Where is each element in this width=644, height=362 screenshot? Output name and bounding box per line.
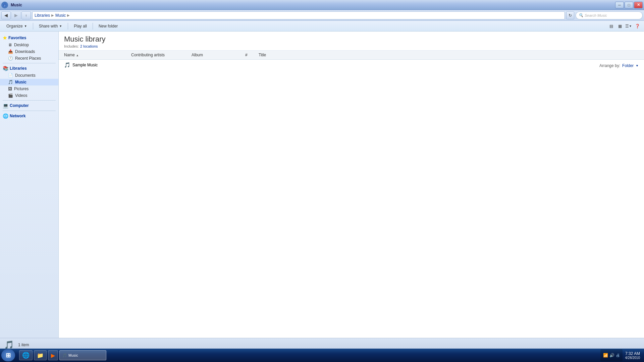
music-label: Music — [15, 80, 26, 84]
close-button[interactable]: ✕ — [634, 2, 643, 8]
sidebar-item-desktop[interactable]: 🖥 Desktop — [0, 42, 58, 48]
favorites-header[interactable]: ★ Favorites — [0, 34, 58, 42]
share-dropdown-icon: ▼ — [59, 24, 62, 28]
computer-section: 💻 Computer — [0, 102, 58, 109]
taskbar-music-window[interactable]: 🎵 Music — [59, 350, 106, 360]
breadcrumb-bar[interactable]: Libraries ▶ Music ▶ — [32, 11, 565, 19]
list-icon: ☰ — [625, 24, 629, 28]
col-header-num[interactable]: # — [245, 52, 259, 58]
clock-date: 4/28/2010 — [625, 356, 640, 360]
taskbar-music-icon: 🎵 — [62, 353, 67, 358]
documents-icon: 📄 — [8, 73, 13, 78]
breadcrumb-libraries[interactable]: Libraries — [35, 13, 50, 18]
title-bar: ♪ Music ─ □ ✕ — [0, 0, 644, 10]
window-icon: ♪ — [1, 2, 8, 8]
file-item-sample-music[interactable]: 🎵 Sample Music — [59, 61, 644, 69]
minimize-button[interactable]: ─ — [615, 2, 624, 8]
help-button[interactable]: ❓ — [633, 22, 641, 30]
network-icon: 🌐 — [3, 113, 8, 119]
windows-logo-icon: ⊞ — [6, 352, 11, 359]
sidebar-item-downloads[interactable]: 📥 Downloads — [0, 48, 58, 55]
organize-button[interactable]: Organize ▼ — [3, 22, 31, 31]
favorites-section: ★ Favorites 🖥 Desktop 📥 Downloads 🕐 Rece… — [0, 34, 58, 62]
libraries-header[interactable]: 📚 Libraries — [0, 65, 58, 72]
videos-icon: 🎬 — [8, 93, 13, 98]
libraries-icon: 📚 — [3, 66, 8, 71]
network-header[interactable]: 🌐 Network — [0, 112, 58, 120]
sidebar-divider-3 — [3, 111, 56, 111]
toolbar-sep-1 — [33, 23, 33, 29]
file-list: 🎵 Sample Music — [59, 60, 644, 338]
col-num-label: # — [245, 53, 248, 57]
svg-text:♪: ♪ — [4, 4, 6, 7]
view-options-button[interactable]: ☰ ▼ — [625, 22, 633, 30]
file-item-name: Sample Music — [72, 63, 98, 67]
up-button[interactable]: ↑ — [21, 11, 31, 19]
content-header: Music library Includes: 2 locations — [59, 32, 644, 51]
title-bar-left: ♪ Music — [1, 2, 22, 8]
recent-places-label: Recent Places — [15, 56, 41, 61]
play-all-button[interactable]: Play all — [70, 22, 91, 31]
sidebar-item-videos[interactable]: 🎬 Videos — [0, 92, 58, 99]
view-controls: ▤ ▦ ☰ ▼ ❓ — [607, 22, 641, 30]
column-headers: Name ▲ Contributing artists Album # Titl… — [59, 51, 644, 60]
computer-header[interactable]: 💻 Computer — [0, 102, 58, 109]
arrange-dropdown-icon[interactable]: ▼ — [636, 64, 639, 67]
new-folder-button[interactable]: New folder — [95, 22, 121, 31]
toolbar-sep-2 — [68, 23, 68, 29]
locations-link[interactable]: 2 locations — [80, 44, 98, 48]
sidebar-item-documents[interactable]: 📄 Documents — [0, 72, 58, 79]
desktop-icon: 🖥 — [8, 43, 12, 47]
back-button[interactable]: ◀ — [1, 11, 11, 19]
taskbar-ie-button[interactable]: 🌐 — [19, 350, 33, 360]
maximize-button[interactable]: □ — [625, 2, 633, 8]
library-subtitle: Includes: 2 locations — [64, 44, 639, 48]
videos-label: Videos — [15, 93, 27, 98]
col-header-name[interactable]: Name ▲ — [64, 52, 131, 58]
sidebar-item-music[interactable]: 🎵 Music — [0, 79, 58, 85]
organize-label: Organize — [6, 24, 23, 28]
refresh-button[interactable]: ↻ — [566, 11, 574, 19]
share-with-label: Share with — [39, 24, 58, 28]
sort-icon: ▲ — [76, 54, 79, 57]
new-folder-label: New folder — [99, 24, 118, 28]
documents-label: Documents — [15, 73, 36, 78]
start-button[interactable]: ⊞ — [1, 349, 15, 361]
taskbar-right: 📶 🔊 🖨 7:32 AM 4/28/2010 — [600, 349, 643, 361]
sidebar-divider-1 — [3, 63, 56, 63]
status-item-count: 1 item — [18, 343, 29, 347]
search-placeholder: Search Music — [585, 13, 607, 17]
network-section: 🌐 Network — [0, 112, 58, 120]
col-header-album[interactable]: Album — [192, 52, 245, 58]
taskbar-explorer-button[interactable]: 📁 — [34, 350, 47, 360]
breadcrumb-sep-1: ▶ — [51, 13, 54, 17]
toolbar-sep-3 — [93, 23, 93, 29]
share-with-button[interactable]: Share with ▼ — [35, 22, 66, 31]
taskbar-media-button[interactable]: ▶ — [48, 350, 58, 360]
arrange-by: Arrange by: Folder ▼ — [599, 63, 639, 68]
address-bar: ◀ ▶ ↑ Libraries ▶ Music ▶ ↻ 🔍 Search Mus… — [0, 10, 644, 21]
content-area: Arrange by: Folder ▼ Music library Inclu… — [59, 32, 644, 338]
sidebar-item-recent-places[interactable]: 🕐 Recent Places — [0, 55, 58, 62]
forward-button[interactable]: ▶ — [11, 11, 21, 19]
col-header-artists[interactable]: Contributing artists — [131, 52, 192, 58]
window-controls: ─ □ ✕ — [615, 2, 643, 8]
window-title: Music — [11, 3, 22, 7]
desktop-label: Desktop — [14, 43, 29, 47]
pictures-icon: 🖼 — [8, 86, 12, 91]
col-album-label: Album — [192, 53, 203, 57]
libraries-section: 📚 Libraries 📄 Documents 🎵 Music 🖼 Pictur… — [0, 65, 58, 99]
preview-pane-button[interactable]: ▤ — [607, 22, 615, 30]
breadcrumb-music[interactable]: Music — [55, 13, 66, 18]
clock[interactable]: 7:32 AM 4/28/2010 — [625, 351, 640, 360]
library-title: Music library — [64, 35, 639, 44]
search-icon: 🔍 — [579, 13, 583, 17]
sidebar-divider-2 — [3, 100, 56, 101]
arrange-by-label: Arrange by: — [599, 63, 620, 68]
recent-places-icon: 🕐 — [8, 56, 13, 61]
arrange-by-value[interactable]: Folder — [622, 63, 634, 68]
sidebar-item-pictures[interactable]: 🖼 Pictures — [0, 85, 58, 92]
search-bar[interactable]: 🔍 Search Music — [576, 11, 643, 19]
details-pane-button[interactable]: ▦ — [616, 22, 624, 30]
col-header-title[interactable]: Title — [259, 52, 312, 58]
